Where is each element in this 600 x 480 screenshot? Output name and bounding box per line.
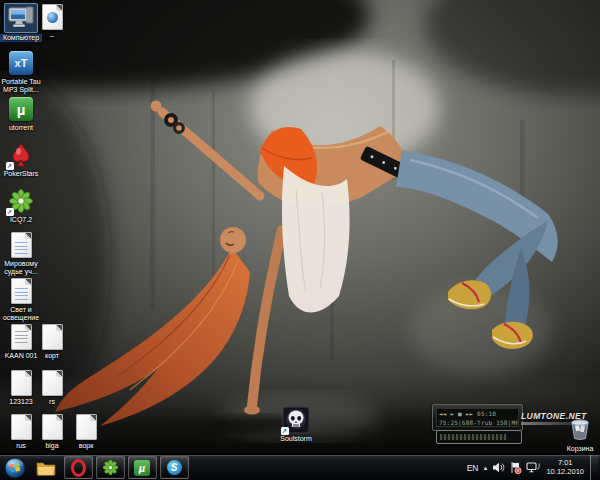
desktop-icon-soulstorm[interactable]: Soulstorm	[275, 406, 317, 443]
system-tray: EN ▲ 7:01 10.12.2010	[467, 455, 600, 480]
desktop: Компьютер – xT Portable Tau MP3 Split...…	[0, 0, 600, 480]
taskbar-button-skype[interactable]: S	[160, 456, 189, 479]
taskbar-button-icq[interactable]	[96, 456, 125, 479]
icon-label: Свет и освещение	[0, 306, 42, 322]
utorrent-icon: µ	[5, 95, 37, 123]
taskbar-button-explorer[interactable]	[32, 456, 61, 479]
icon-label: rs	[31, 398, 73, 406]
desktop-icon-vork[interactable]: ворк	[65, 413, 107, 450]
taskbar-button-utorrent[interactable]: µ	[128, 456, 157, 479]
wallpaper-image	[0, 0, 600, 455]
player-transport-row[interactable]: ◄◄ ► ■ ►► 05:10	[439, 409, 516, 418]
recycle-bin[interactable]: Корзина	[561, 417, 599, 453]
shortcut-arrow-icon	[6, 162, 14, 170]
document-icon	[70, 413, 102, 441]
word-document-icon	[5, 277, 37, 305]
icon-label: –	[31, 32, 73, 40]
recycle-bin-icon	[569, 417, 591, 441]
desktop-icon-rs[interactable]: rs	[31, 369, 73, 406]
soulstorm-skull-icon	[280, 406, 312, 434]
desktop-icon-icq[interactable]: ICQ7.2	[0, 187, 42, 224]
start-button[interactable]	[4, 457, 26, 479]
player-display: ◄◄ ► ■ ►► 05:10 75:25|688-Trub 158|MP3|4…	[436, 408, 519, 427]
icon-label: корт	[31, 352, 73, 360]
skype-icon: S	[167, 460, 182, 475]
language-indicator[interactable]: EN	[467, 463, 479, 473]
desktop-icon-pokerstars[interactable]: PokerStars	[0, 141, 42, 178]
desktop-icon-doc-mirovomu[interactable]: Мировому судье уч...	[0, 231, 42, 276]
show-hidden-icons-chevron[interactable]: ▲	[483, 465, 489, 471]
player-track-info: 75:25|688-Trub 158|MP3|44	[439, 418, 516, 427]
player-seek-bar[interactable]	[436, 430, 522, 444]
clock-date: 10.12.2010	[546, 468, 584, 477]
shortcut-arrow-icon	[6, 208, 14, 216]
icon-label: ICQ7.2	[0, 216, 42, 224]
word-document-icon	[5, 231, 37, 259]
icon-label: Мировому судье уч...	[0, 260, 42, 276]
icq-flower-icon	[5, 187, 37, 215]
pokerstars-spade-icon	[5, 141, 37, 169]
utorrent-icon: µ	[134, 460, 150, 476]
music-player-widget[interactable]: ◄◄ ► ■ ►► 05:10 75:25|688-Trub 158|MP3|4…	[432, 404, 523, 431]
opera-icon	[71, 459, 86, 477]
shortcut-arrow-icon	[281, 427, 289, 435]
icon-label: Soulstorm	[275, 435, 317, 443]
windows-orb-icon	[4, 457, 26, 479]
taskbar: µ S EN ▲ 7:01	[0, 454, 600, 480]
icon-label: ворк	[65, 442, 107, 450]
taskbar-button-opera[interactable]	[64, 456, 93, 479]
show-desktop-button[interactable]	[590, 455, 598, 480]
icon-label: Корзина	[561, 445, 599, 453]
network-icon[interactable]	[526, 461, 540, 474]
desktop-icon-kort[interactable]: корт	[31, 323, 73, 360]
explorer-folder-icon	[36, 460, 56, 476]
desktop-icon-portable-tau[interactable]: xT Portable Tau MP3 Split...	[0, 49, 42, 94]
volume-icon[interactable]	[492, 461, 505, 474]
desktop-icon-media-file[interactable]: –	[31, 3, 73, 40]
desktop-icon-doc-svet[interactable]: Свет и освещение	[0, 277, 42, 322]
icon-label: utorrent	[0, 124, 42, 132]
mp3-splitter-icon: xT	[5, 49, 37, 77]
icon-label: Portable Tau MP3 Split...	[0, 78, 42, 94]
taskbar-clock[interactable]: 7:01 10.12.2010	[546, 459, 584, 476]
document-icon	[36, 413, 68, 441]
action-center-flag-icon[interactable]	[509, 461, 522, 474]
media-file-icon	[36, 3, 68, 31]
icon-label: PokerStars	[0, 170, 42, 178]
document-icon	[36, 323, 68, 351]
desktop-icon-utorrent[interactable]: µ utorrent	[0, 95, 42, 132]
icq-flower-icon	[102, 459, 119, 476]
document-icon	[36, 369, 68, 397]
